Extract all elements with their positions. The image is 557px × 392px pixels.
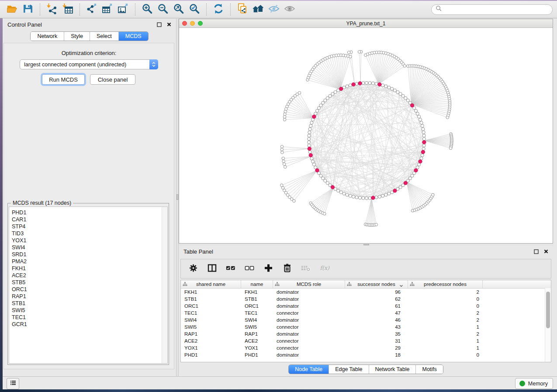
cell-name[interactable]: STB1 (241, 296, 273, 302)
close-panel-icon[interactable] (167, 22, 171, 27)
cell-predecessor-nodes[interactable]: 2 (408, 317, 483, 323)
list-item[interactable]: TEC1 (9, 314, 167, 321)
network-window-titlebar[interactable]: YPA_prune.txt_1 (179, 19, 553, 28)
cell-successor-nodes[interactable]: 31 (345, 338, 408, 344)
zoom-out-button[interactable] (155, 3, 171, 16)
split-panel-button[interactable] (205, 262, 219, 276)
cell-successor-nodes[interactable]: 46 (345, 317, 408, 323)
cell-mcds-role[interactable]: connector (273, 338, 345, 344)
table-row[interactable]: TEC1TEC1connector472 (181, 309, 551, 316)
list-item[interactable]: STP4 (9, 223, 167, 230)
table-row[interactable]: RAP1RAP1dominator352 (181, 330, 551, 337)
tab-style[interactable]: Style (64, 32, 90, 41)
cell-name[interactable]: ORC1 (241, 303, 273, 309)
cell-shared-name[interactable]: SWI5 (181, 324, 241, 330)
cell-shared-name[interactable]: FKH1 (181, 289, 241, 295)
add-row-button[interactable] (261, 262, 275, 276)
cell-shared-name[interactable]: STB1 (181, 296, 241, 302)
close-panel-icon[interactable] (544, 249, 548, 254)
table-row[interactable]: PHD1PHD1dominator180 (181, 351, 551, 358)
list-item[interactable]: GCR1 (9, 321, 167, 328)
cell-name[interactable]: RAP1 (241, 331, 273, 337)
cell-predecessor-nodes[interactable]: 0 (408, 352, 483, 358)
tab-mcds[interactable]: MCDS (119, 32, 148, 41)
list-item[interactable]: TID3 (9, 230, 167, 237)
cell-predecessor-nodes[interactable]: 0 (408, 303, 483, 309)
cell-predecessor-nodes[interactable]: 0 (408, 296, 483, 302)
table-row[interactable]: ORC1ORC1dominator610 (181, 303, 551, 309)
fit-content-button[interactable] (171, 3, 187, 16)
cell-successor-nodes[interactable]: 62 (345, 296, 408, 302)
list-item[interactable]: PMA2 (9, 258, 167, 265)
list-item[interactable]: PHD1 (9, 209, 167, 216)
delete-row-button[interactable] (280, 262, 294, 276)
mcds-result-list[interactable]: PHD1CAR1STP4TID3YOX1SWI4SRD1PMA2FKH1ACE2… (9, 206, 168, 364)
cell-mcds-role[interactable]: dominator (273, 317, 345, 323)
table-row[interactable]: YOX1YOX1connector291 (181, 344, 551, 351)
cell-mcds-role[interactable]: dominator (273, 296, 345, 302)
export-table-button[interactable] (100, 3, 115, 16)
hide-eye-button[interactable] (266, 3, 282, 16)
cell-shared-name[interactable]: SWI4 (181, 317, 241, 323)
cell-predecessor-nodes[interactable]: 2 (408, 331, 483, 337)
run-mcds-button[interactable]: Run MCDS (42, 74, 85, 85)
table-row[interactable]: FKH1FKH1dominator962 (181, 289, 551, 296)
zoom-in-button[interactable] (139, 3, 155, 16)
cell-shared-name[interactable]: TEC1 (181, 310, 241, 316)
list-item[interactable]: SWI4 (9, 244, 167, 251)
cell-successor-nodes[interactable]: 61 (345, 303, 408, 309)
tab-select[interactable]: Select (90, 32, 119, 41)
cell-successor-nodes[interactable]: 96 (345, 289, 408, 295)
cell-mcds-role[interactable]: connector (273, 345, 345, 351)
zoom-selected-button[interactable] (187, 3, 202, 16)
chevron-down-icon[interactable] (399, 283, 403, 288)
memory-button[interactable]: Memory (515, 378, 553, 389)
window-maximize-icon[interactable] (198, 21, 203, 26)
cell-name[interactable]: SWI4 (241, 317, 273, 323)
cell-shared-name[interactable]: ACE2 (181, 338, 241, 344)
cell-mcds-role[interactable]: dominator (273, 331, 345, 337)
cell-predecessor-nodes[interactable]: 1 (408, 338, 483, 344)
cell-shared-name[interactable]: YOX1 (181, 345, 241, 351)
tab-edge-table[interactable]: Edge Table (329, 365, 369, 374)
cell-name[interactable]: PHD1 (241, 352, 273, 358)
table-row[interactable]: SWI5SWI5connector431 (181, 323, 551, 330)
network-canvas[interactable] (179, 28, 553, 243)
list-item[interactable]: SRD1 (9, 251, 167, 258)
task-history-button[interactable] (7, 378, 19, 389)
cell-name[interactable]: TEC1 (241, 310, 273, 316)
cell-predecessor-nodes[interactable]: 1 (408, 345, 483, 351)
cell-predecessor-nodes[interactable]: 1 (408, 324, 483, 330)
export-network-button[interactable] (84, 3, 100, 16)
splitter-handle[interactable] (363, 244, 369, 245)
select-all-button[interactable] (224, 262, 238, 276)
search-input[interactable] (445, 6, 548, 13)
window-close-icon[interactable] (182, 21, 187, 26)
scrollbar-thumb[interactable] (546, 292, 550, 328)
cell-mcds-role[interactable]: dominator (273, 289, 345, 295)
column-header-mcds-role[interactable]: MCDS role (273, 280, 345, 288)
list-item[interactable]: CAR1 (9, 216, 167, 223)
list-item[interactable]: ACE2 (9, 272, 167, 279)
tab-motifs[interactable]: Motifs (416, 365, 443, 374)
cell-mcds-role[interactable]: connector (273, 310, 345, 316)
table-row[interactable]: SWI4SWI4dominator462 (181, 316, 551, 323)
open-session-button[interactable] (4, 3, 20, 16)
duplicate-network-button[interactable] (235, 3, 250, 16)
list-item[interactable]: YOX1 (9, 237, 167, 244)
window-minimize-icon[interactable] (190, 21, 195, 26)
table-row[interactable]: STB1STB1dominator620 (181, 296, 551, 303)
column-header-name[interactable]: name (241, 280, 273, 288)
cell-predecessor-nodes[interactable]: 2 (408, 310, 483, 316)
tab-node-table[interactable]: Node Table (289, 365, 329, 374)
cell-mcds-role[interactable]: connector (273, 324, 345, 330)
cell-name[interactable]: ACE2 (241, 338, 273, 344)
close-panel-button[interactable]: Close panel (90, 74, 135, 85)
deselect-all-button[interactable] (242, 262, 256, 276)
save-session-button[interactable] (20, 3, 36, 16)
column-header-shared-name[interactable]: shared name (181, 280, 241, 288)
column-header-successor-nodes[interactable]: successor nodes (345, 280, 408, 288)
criterion-select[interactable]: largest connected component (undirected) (20, 59, 158, 69)
cell-name[interactable]: YOX1 (241, 345, 273, 351)
table-settings-button[interactable] (186, 262, 200, 276)
